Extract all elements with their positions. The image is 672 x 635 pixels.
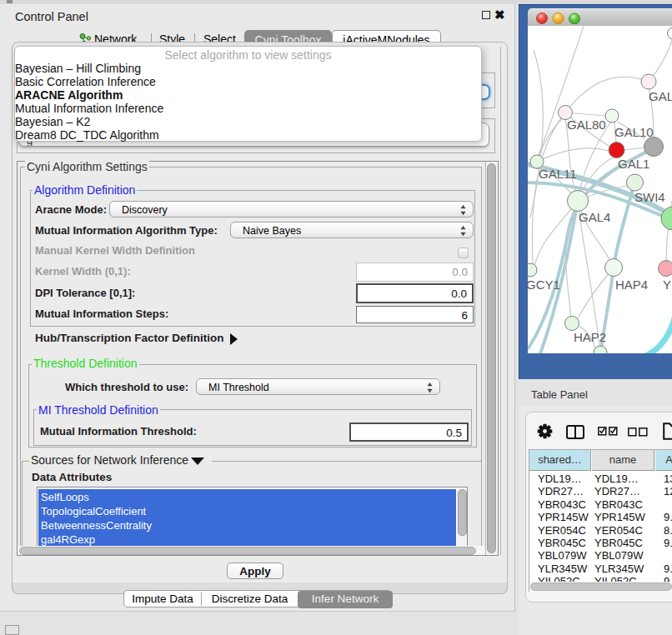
svg-text:GAL2: GAL2 [649,89,672,103]
svg-text:Y: Y [663,278,671,292]
svg-text:HAP4: HAP4 [615,278,648,292]
svg-text:GAL1: GAL1 [618,157,649,171]
svg-text:GAL10: GAL10 [614,125,654,139]
svg-text:SWI4: SWI4 [634,190,665,204]
svg-text:HAP2: HAP2 [574,330,606,344]
svg-text:GAL4: GAL4 [579,210,610,224]
svg-text:GAL80: GAL80 [567,118,606,132]
svg-text:GAL11: GAL11 [539,167,577,181]
svg-text:GCY1: GCY1 [528,278,560,292]
